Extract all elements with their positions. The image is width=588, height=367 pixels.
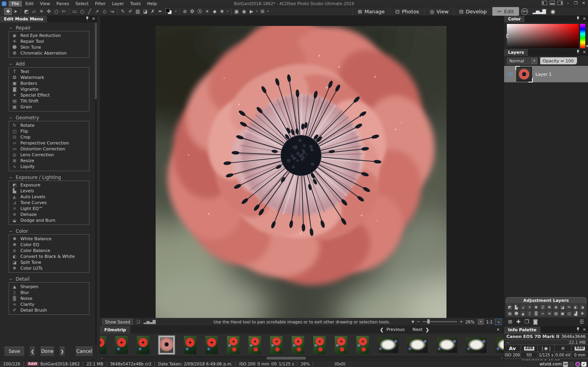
edit-menu-item[interactable]: ✪Watermark — [12, 75, 89, 80]
adj-white-balance-icon[interactable]: ✺ — [533, 304, 539, 310]
layout-bottom-button[interactable] — [550, 1, 555, 5]
menu-item[interactable]: Select — [72, 1, 92, 7]
collapse-icon[interactable]: − — [9, 277, 13, 282]
sharpen-tool[interactable]: ◆ — [211, 8, 218, 15]
color-swatches[interactable] — [165, 8, 173, 15]
pin-icon[interactable] — [577, 327, 580, 332]
edit-menu-item[interactable]: ▙Levels — [12, 188, 89, 194]
adj-gradient-icon[interactable]: ▧ — [553, 310, 559, 316]
edit-menu-item[interactable]: ⊡Crop — [12, 134, 89, 140]
filmstrip-thumbnail[interactable] — [158, 336, 175, 354]
toolbar-separator[interactable] — [179, 9, 180, 15]
left-panel-scrollbar[interactable] — [95, 23, 97, 345]
layer-row[interactable]: Layer 1 — [504, 66, 588, 82]
edit-menu-item[interactable]: ☼Light EQ™ — [12, 206, 89, 212]
adj-color-eq-icon[interactable]: ☰ — [540, 304, 546, 310]
collapse-icon[interactable]: − — [9, 229, 13, 234]
adj-curves-icon[interactable]: ▟ — [573, 310, 579, 316]
zoom-slider[interactable] — [423, 321, 457, 322]
edit-menu-item[interactable]: ✺White Balance — [12, 236, 89, 242]
ellipse-shape-tool[interactable]: ○ — [78, 8, 86, 15]
edit-menu-item[interactable]: ◐Convert to Black & White — [12, 254, 89, 259]
adj-color-wheel-icon[interactable]: ❀ — [553, 304, 559, 310]
edit-menu-item[interactable]: ▭Distortion Correction — [12, 146, 89, 152]
layers-panel-tab[interactable]: Layers — [504, 49, 528, 56]
layer-visibility-eye-icon[interactable] — [507, 72, 513, 76]
scroll-left-icon[interactable]: ◂ — [101, 356, 102, 360]
filmstrip-thumbnail[interactable] — [466, 337, 486, 353]
save-button[interactable]: Save — [4, 347, 25, 356]
zoom-slider-handle[interactable] — [427, 319, 430, 324]
edit-menu-item[interactable]: ≋Dehaze — [12, 212, 89, 217]
filmstrip-thumbnail[interactable] — [407, 337, 428, 353]
red-eye-tool[interactable]: ⊛ — [181, 8, 189, 15]
edit-menu-item[interactable]: ∿Liquify — [12, 164, 89, 170]
dashboard-icon[interactable]: ▂▅▃▇ — [533, 9, 546, 14]
zoom-in-button[interactable]: + — [459, 319, 463, 324]
polygon-selection-tool[interactable]: ▱ — [30, 8, 38, 15]
acdsee-365-icon[interactable]: 365 — [521, 8, 528, 15]
menu-item[interactable]: Tools — [127, 1, 144, 7]
filmstrip-scrollbar[interactable]: ◂ ▸ — [100, 356, 504, 360]
edit-menu-item[interactable]: ◪Split Tone — [12, 259, 89, 265]
adj-tone-curves-icon[interactable]: ⊿ — [520, 304, 526, 310]
pin-icon[interactable] — [577, 16, 580, 21]
adj-color-balance-icon[interactable]: ❋ — [546, 304, 552, 310]
menu-item[interactable]: Layer — [109, 1, 127, 7]
edit-menu-item[interactable]: ◩Exposure — [12, 182, 89, 188]
edit-menu-item[interactable]: ▱Perspective Correction — [12, 140, 89, 146]
zoom-presets-dropdown[interactable]: ▼ — [412, 320, 414, 324]
color-panel-tab[interactable]: Color — [504, 16, 524, 22]
show-saved-button[interactable]: Show Saved — [102, 319, 133, 325]
done-button[interactable]: Done — [40, 347, 54, 356]
edit-menu-item[interactable]: ▦Grain — [12, 104, 89, 110]
actual-size-button[interactable]: 1:1 — [486, 320, 493, 324]
polygon-shape-tool[interactable]: ◇ — [101, 8, 108, 15]
adj-blur-icon[interactable]: ◊ — [526, 310, 532, 316]
fit-image-button[interactable]: ↘ — [495, 319, 501, 325]
zoom-dropdown[interactable]: ▾ — [478, 319, 484, 325]
adj-black-white-icon[interactable]: ◐ — [573, 304, 579, 310]
adj-color-lut-icon[interactable]: ❖ — [579, 310, 585, 316]
close-icon[interactable]: ✕ — [92, 16, 95, 21]
edit-menu-item[interactable]: ✶Special Effect — [12, 92, 89, 98]
edit-menu-item[interactable]: ✐Detail Brush — [12, 307, 89, 313]
adj-light-eq-icon[interactable]: ☼ — [526, 304, 532, 310]
previous-image-button[interactable]: ❮ — [29, 347, 35, 356]
filmstrip-thumbnail[interactable] — [313, 336, 326, 354]
mode-tab[interactable]: ◎ View — [424, 7, 454, 16]
edit-menu-item[interactable]: ⊞Resize — [12, 158, 89, 164]
minimize-button[interactable]: – — [565, 1, 571, 5]
filmstrip-thumbnail[interactable] — [249, 336, 261, 354]
toolbar-grip[interactable]: ⋮⋮ — [1, 9, 4, 14]
text-tool[interactable]: Ⓐ — [196, 8, 203, 15]
collapse-icon[interactable]: − — [9, 175, 13, 180]
histogram-icon[interactable]: ▂▅▃▇ — [143, 320, 156, 324]
image-canvas[interactable] — [100, 16, 504, 318]
edit-menu-item[interactable]: ▣Borders — [12, 80, 89, 86]
adj-split-tone-icon[interactable]: ◪ — [560, 304, 566, 310]
mode-tab[interactable]: ⊞ Manage — [352, 7, 390, 16]
hue-strip[interactable]: ◀ — [580, 24, 585, 48]
adj-skin-tune-icon[interactable]: ☻ — [514, 310, 519, 316]
next-button[interactable]: Next — [412, 327, 423, 332]
close-icon[interactable]: ✕ — [583, 50, 586, 54]
filmstrip-thumbnail[interactable] — [356, 336, 369, 354]
close-icon[interactable]: ✕ — [583, 16, 586, 21]
edit-menu-item[interactable]: ❂Chromatic Aberration — [12, 50, 89, 56]
edit-menu-item[interactable]: TText — [12, 69, 89, 75]
external-editor-button[interactable]: ⊞ — [259, 8, 266, 15]
cancel-button[interactable]: Cancel — [75, 347, 93, 356]
next-image-button[interactable]: ❯ — [59, 347, 65, 356]
adj-dehaze-icon[interactable]: ≋ — [546, 310, 552, 316]
close-icon[interactable]: ✕ — [583, 327, 586, 332]
edit-menu-item[interactable]: ☻Skin Tune — [12, 44, 89, 50]
mode-tab[interactable]: ⊟ Develop — [454, 7, 492, 16]
duplicate-layer-button[interactable]: ❐ — [524, 319, 529, 325]
filmstrip-thumbnail[interactable] — [137, 336, 149, 354]
magic-wand-tool[interactable]: ✳ — [38, 8, 45, 15]
eraser-tool[interactable]: ◪ — [142, 8, 149, 15]
edit-menu-item[interactable]: ▒Noise — [12, 296, 89, 301]
new-layer-button[interactable]: ⊞ — [508, 319, 512, 325]
slideshow-dropdown[interactable]: ▾ — [255, 10, 259, 13]
